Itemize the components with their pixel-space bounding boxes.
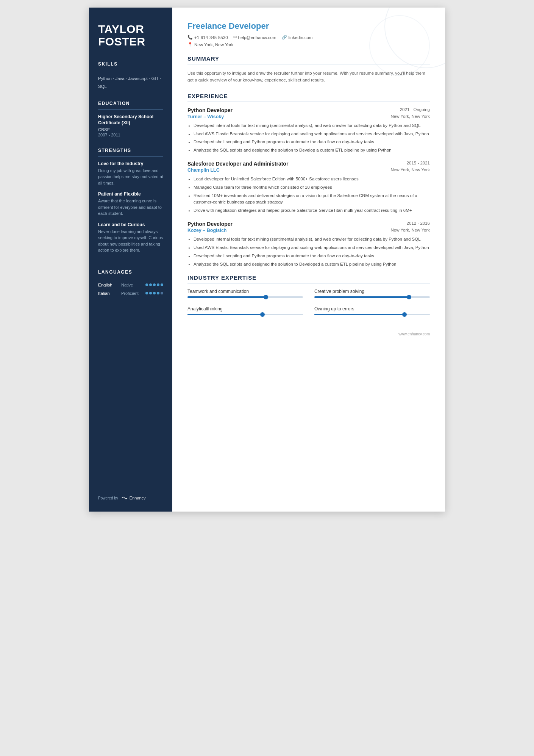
exp-header-2: Python Developer 2012 - 2016	[187, 221, 430, 227]
expertise-handle-3	[402, 312, 407, 317]
expertise-bar-fill-3	[314, 314, 404, 315]
languages-section: LANGUAGES English Native Italian Profici…	[98, 269, 163, 299]
exp-company-1: Champlin LLC	[187, 167, 220, 173]
summary-divider	[187, 64, 430, 64]
lang-name-0: English	[98, 283, 118, 287]
summary-text: Use this opportunity to intrigue and dra…	[187, 70, 430, 84]
strength-item-2: Learn and be Curious Never done learning…	[98, 222, 163, 254]
experience-item-2: Python Developer 2012 - 2016 Kozey – Bog…	[187, 221, 430, 268]
bullet: Developed shell scripting and Python pro…	[194, 139, 430, 146]
exp-company-row-2: Kozey – Bogisich New York, New York	[187, 228, 430, 233]
dot	[149, 292, 152, 294]
linkedin-contact: 🔗 linkedin.com	[282, 35, 313, 40]
exp-company-row-0: Turner – Wisoky New York, New York	[187, 114, 430, 119]
language-row-1: Italian Proficient	[98, 291, 163, 296]
strengths-section: STRENGTHS Love for the Industry Doing my…	[98, 148, 163, 259]
expertise-bar-bg-2	[187, 314, 303, 315]
education-title: EDUCATION	[98, 101, 163, 106]
exp-date-1: 2015 - 2021	[407, 161, 430, 165]
expertise-bar-fill-2	[187, 314, 262, 315]
job-title: Freelance Developer	[187, 21, 430, 31]
exp-date-2: 2012 - 2016	[407, 221, 430, 225]
expertise-divider	[187, 283, 430, 283]
bullet: Realized 10M+ investments and delivered …	[194, 193, 430, 206]
exp-title-2: Python Developer	[187, 221, 233, 227]
bullet: Developed internal tools for text mining…	[194, 236, 430, 243]
exp-title-0: Python Developer	[187, 107, 233, 113]
exp-location-1: New York, New York	[390, 167, 430, 173]
expertise-item-1: Creative problem solving	[314, 289, 430, 298]
strengths-title: STRENGTHS	[98, 148, 163, 153]
contact-row: 📞 +1-914-345-5530 ✉ help@enhancv.com 🔗 l…	[187, 35, 430, 40]
dot	[161, 283, 163, 286]
phone-contact: 📞 +1-914-345-5530	[187, 35, 228, 40]
powered-by-label: Powered by	[98, 496, 118, 500]
expertise-title: INDUSTRY EXPERTISE	[187, 274, 430, 281]
dot	[149, 283, 152, 286]
main-footer: www.enhancv.com	[187, 332, 430, 336]
email-icon: ✉	[233, 35, 237, 40]
experience-item-0: Python Developer 2021 - Ongoing Turner –…	[187, 107, 430, 154]
expertise-bar-bg-3	[314, 314, 430, 315]
location-icon: 📍	[187, 42, 193, 47]
phone-text: +1-914-345-5530	[194, 35, 228, 40]
strength-title-1: Patient and Flexible	[98, 191, 163, 197]
expertise-grid: Teamwork and communication Creative prob…	[187, 289, 430, 317]
bullet: Used AWS Elastic Beanstalk service for d…	[194, 244, 430, 251]
exp-header-0: Python Developer 2021 - Ongoing	[187, 107, 430, 113]
exp-company-0: Turner – Wisoky	[187, 114, 224, 119]
bullet: Analyzed the SQL scripts and designed th…	[194, 261, 430, 268]
email-text: help@enhancv.com	[238, 35, 276, 40]
linkedin-text: linkedin.com	[289, 35, 313, 40]
phone-icon: 📞	[187, 35, 193, 40]
edu-school: CBSE	[98, 127, 163, 132]
language-row-0: English Native	[98, 283, 163, 287]
strength-title-2: Learn and be Curious	[98, 222, 163, 227]
bullet: Developed internal tools for text mining…	[194, 122, 430, 129]
summary-title: SUMMARY	[187, 55, 430, 62]
edu-degree: Higher Secondary School Certificate (XII…	[98, 114, 163, 126]
bullet: Lead developer for Unlimited Salesforce …	[194, 176, 430, 183]
dot	[153, 283, 156, 286]
strength-item-0: Love for the Industry Doing my job with …	[98, 161, 163, 186]
expertise-item-3: Owning up to errors	[314, 306, 430, 315]
education-section: EDUCATION Higher Secondary School Certif…	[98, 101, 163, 137]
strength-desc-0: Doing my job with great love and passion…	[98, 167, 163, 186]
strength-desc-2: Never done learning and always seeking t…	[98, 229, 163, 254]
languages-title: LANGUAGES	[98, 269, 163, 275]
dot	[145, 292, 148, 294]
dot	[161, 292, 163, 294]
skills-title: SKILLS	[98, 61, 163, 67]
lang-dots-0	[145, 283, 163, 286]
lang-name-1: Italian	[98, 291, 118, 296]
expertise-label-0: Teamwork and communication	[187, 289, 303, 294]
expertise-label-2: Analyticalthinking	[187, 306, 303, 311]
experience-title: EXPERIENCE	[187, 93, 430, 99]
website-text: www.enhancv.com	[398, 332, 430, 336]
expertise-bar-bg-0	[187, 296, 303, 298]
resume-wrapper: TAYLORFOSTER SKILLS Python · Java · Java…	[89, 8, 445, 512]
enhancv-logo-icon	[121, 496, 128, 500]
exp-title-1: Salesforce Developer and Administrator	[187, 161, 288, 167]
candidate-name: TAYLORFOSTER	[98, 23, 163, 48]
enhancv-logo: Enhancv	[121, 496, 146, 500]
exp-bullets-0: Developed internal tools for text mining…	[187, 122, 430, 154]
lang-level-0: Native	[121, 283, 142, 287]
exp-company-2: Kozey – Bogisich	[187, 228, 227, 233]
bullet: Analyzed the SQL scripts and designed th…	[194, 147, 430, 154]
exp-company-row-1: Champlin LLC New York, New York	[187, 167, 430, 173]
expertise-bar-fill-1	[314, 296, 409, 298]
edu-year: 2007 - 2011	[98, 133, 163, 137]
brand-name: Enhancv	[130, 496, 146, 500]
email-contact: ✉ help@enhancv.com	[233, 35, 276, 40]
expertise-handle-1	[407, 295, 411, 299]
location-row: 📍 New York, New York	[187, 42, 430, 47]
experience-item-1: Salesforce Developer and Administrator 2…	[187, 161, 430, 214]
expertise-bar-fill-0	[187, 296, 266, 298]
bullet: Developed shell scripting and Python pro…	[194, 253, 430, 260]
experience-divider	[187, 102, 430, 102]
exp-location-2: New York, New York	[390, 228, 430, 233]
expertise-handle-2	[260, 312, 265, 317]
dot	[145, 283, 148, 286]
expertise-handle-0	[264, 295, 268, 299]
